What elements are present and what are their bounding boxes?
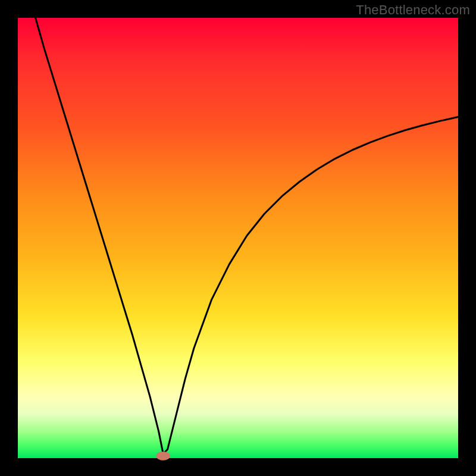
optimal-point-marker: [156, 452, 170, 461]
curve-layer: [18, 18, 458, 458]
chart-frame: TheBottleneck.com: [0, 0, 476, 476]
watermark-text: TheBottleneck.com: [356, 2, 470, 18]
bottleneck-curve: [36, 18, 458, 454]
